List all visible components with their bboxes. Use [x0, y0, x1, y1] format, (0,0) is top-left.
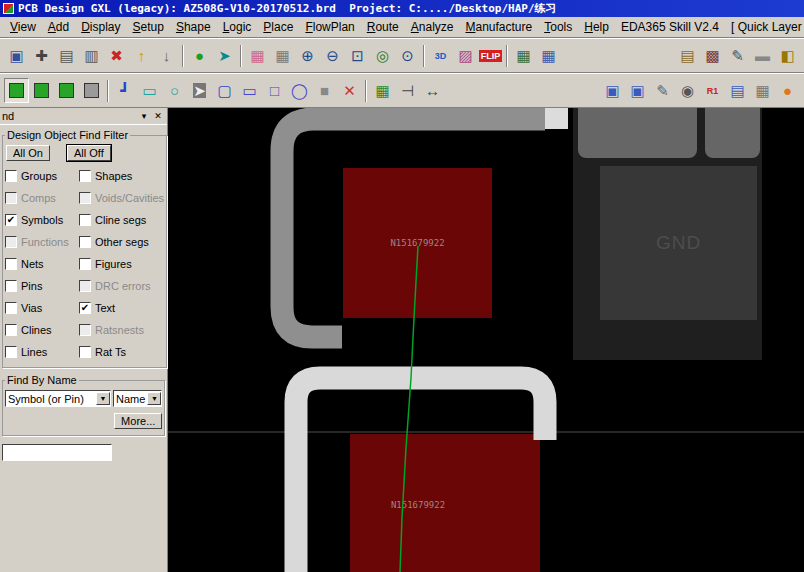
filter-checkbox-pins[interactable]: Pins: [5, 275, 79, 297]
shape-oval-icon[interactable]: ◯: [287, 78, 312, 103]
shape-filled-icon[interactable]: ■: [312, 78, 337, 103]
grid-toggle-icon[interactable]: ▦: [270, 43, 295, 68]
menu-place[interactable]: Place: [257, 18, 299, 36]
snapshot-icon[interactable]: ◉: [675, 78, 700, 103]
world-view-icon[interactable]: ●: [187, 43, 212, 68]
pad-array-icon[interactable]: ▦: [370, 78, 395, 103]
filter-checkbox-vias[interactable]: Vias: [5, 297, 79, 319]
close-icon[interactable]: ✕: [151, 110, 165, 123]
filter-checkbox-shapes[interactable]: Shapes: [79, 165, 164, 187]
circle-tool-icon[interactable]: ○: [162, 78, 187, 103]
cross-section-icon[interactable]: ▤: [675, 43, 700, 68]
menu-help[interactable]: Help: [578, 18, 615, 36]
pcb-canvas[interactable]: GND N151679922 N151679922: [168, 108, 804, 572]
redo-icon[interactable]: ↓: [154, 43, 179, 68]
board-view-icon[interactable]: ▬: [750, 43, 775, 68]
add-connect-icon[interactable]: ┛: [112, 78, 137, 103]
refdes-toggle-icon[interactable]: R1: [700, 78, 725, 103]
more-button[interactable]: More...: [114, 413, 162, 429]
rectangle-tool-icon[interactable]: ▭: [137, 78, 162, 103]
edit-properties-icon[interactable]: ✎: [725, 43, 750, 68]
chevron-down-icon[interactable]: ▼: [147, 392, 161, 405]
menu-view[interactable]: View: [4, 18, 42, 36]
select-cursor-icon[interactable]: ➤: [187, 78, 212, 103]
window-tile-icon[interactable]: ▤: [725, 78, 750, 103]
checkbox-box[interactable]: [5, 280, 17, 292]
flip-design-icon[interactable]: FLIP: [478, 43, 503, 68]
menu-shape[interactable]: Shape: [170, 18, 217, 36]
menu-eda365-skill-v2-4[interactable]: EDA365 Skill V2.4: [615, 18, 725, 36]
checkbox-box[interactable]: [5, 324, 17, 336]
find-name-input[interactable]: [2, 444, 112, 461]
menu-quick-layer[interactable]: [ Quick Layer: [725, 18, 804, 36]
checkbox-box[interactable]: [79, 214, 91, 226]
measure-icon[interactable]: ↔: [420, 78, 445, 103]
shape-square-icon[interactable]: □: [262, 78, 287, 103]
report-icon[interactable]: ✎: [650, 78, 675, 103]
filter-checkbox-cline-segs[interactable]: Cline segs: [79, 209, 164, 231]
checkbox-box[interactable]: [5, 258, 17, 270]
zoom-in-icon[interactable]: ⊕: [295, 43, 320, 68]
all-off-button[interactable]: All Off: [67, 145, 111, 161]
find-type-combobox[interactable]: Symbol (or Pin) ▼: [5, 390, 111, 407]
visible-layer-gray-icon[interactable]: [79, 78, 104, 103]
save-icon[interactable]: ▣: [4, 43, 29, 68]
checkbox-box[interactable]: ✔: [5, 214, 17, 226]
find-panel-header[interactable]: nd ▾ ✕: [0, 108, 167, 125]
visible-layer-green-2-icon[interactable]: [29, 78, 54, 103]
zoom-out-icon[interactable]: ⊖: [320, 43, 345, 68]
grid-points-icon[interactable]: ▦: [245, 43, 270, 68]
filter-checkbox-clines[interactable]: Clines: [5, 319, 79, 341]
checkbox-box[interactable]: [79, 258, 91, 270]
new-window-icon[interactable]: ▣: [625, 78, 650, 103]
grid-display-icon[interactable]: ▦: [750, 78, 775, 103]
menu-tools[interactable]: Tools: [538, 18, 578, 36]
menu-setup[interactable]: Setup: [127, 18, 170, 36]
dock-pin-icon[interactable]: ▾: [137, 110, 151, 123]
filter-checkbox-figures[interactable]: Figures: [79, 253, 164, 275]
zoom-world-icon[interactable]: ◎: [370, 43, 395, 68]
filter-checkbox-lines[interactable]: Lines: [5, 341, 79, 363]
checkbox-box[interactable]: ✔: [79, 302, 91, 314]
copy-icon[interactable]: ▤: [54, 43, 79, 68]
filter-checkbox-text[interactable]: ✔Text: [79, 297, 164, 319]
swap-windows-icon[interactable]: ▣: [600, 78, 625, 103]
all-on-button[interactable]: All On: [6, 145, 50, 161]
delete-vertex-icon[interactable]: ✕: [337, 78, 362, 103]
zoom-previous-icon[interactable]: ⊙: [395, 43, 420, 68]
view-3d-icon[interactable]: 3D: [428, 43, 453, 68]
checkbox-box[interactable]: [79, 346, 91, 358]
checkbox-box[interactable]: [5, 346, 17, 358]
undo-icon[interactable]: ↑: [129, 43, 154, 68]
filter-checkbox-nets[interactable]: Nets: [5, 253, 79, 275]
chevron-down-icon[interactable]: ▼: [96, 392, 110, 405]
find-mode-combobox[interactable]: Name ▼: [113, 390, 162, 407]
checkbox-box[interactable]: [79, 170, 91, 182]
pad-shape-bar-left[interactable]: [578, 108, 697, 158]
dimension-icon[interactable]: ⊣: [395, 78, 420, 103]
visible-layer-green-3-icon[interactable]: [54, 78, 79, 103]
pad-shape-bar-right[interactable]: [705, 108, 760, 158]
menu-add[interactable]: Add: [42, 18, 75, 36]
pad-bottom[interactable]: N151679922: [350, 434, 540, 572]
filter-checkbox-other-segs[interactable]: Other segs: [79, 231, 164, 253]
visible-layer-green-1-icon[interactable]: [4, 78, 29, 103]
shape-rect-icon[interactable]: ▭: [237, 78, 262, 103]
delete-icon[interactable]: ✖: [104, 43, 129, 68]
menu-logic[interactable]: Logic: [217, 18, 258, 36]
filter-checkbox-rat-ts[interactable]: Rat Ts: [79, 341, 164, 363]
paste-icon[interactable]: ▥: [79, 43, 104, 68]
pin-icon[interactable]: ➤: [212, 43, 237, 68]
color-dialog-icon[interactable]: ▨: [453, 43, 478, 68]
checkbox-box[interactable]: [5, 170, 17, 182]
layers-icon[interactable]: ▦: [536, 43, 561, 68]
symbol-edit-icon[interactable]: ▩: [700, 43, 725, 68]
grid-snap-icon[interactable]: ▦: [511, 43, 536, 68]
menu-display[interactable]: Display: [75, 18, 126, 36]
pad-top[interactable]: N151679922: [343, 168, 492, 318]
filter-checkbox-symbols[interactable]: ✔Symbols: [5, 209, 79, 231]
checkbox-box[interactable]: [5, 302, 17, 314]
highlight-disc-icon[interactable]: ●: [775, 78, 800, 103]
gnd-pad[interactable]: GND: [600, 166, 757, 320]
status-icon[interactable]: ◧: [775, 43, 800, 68]
